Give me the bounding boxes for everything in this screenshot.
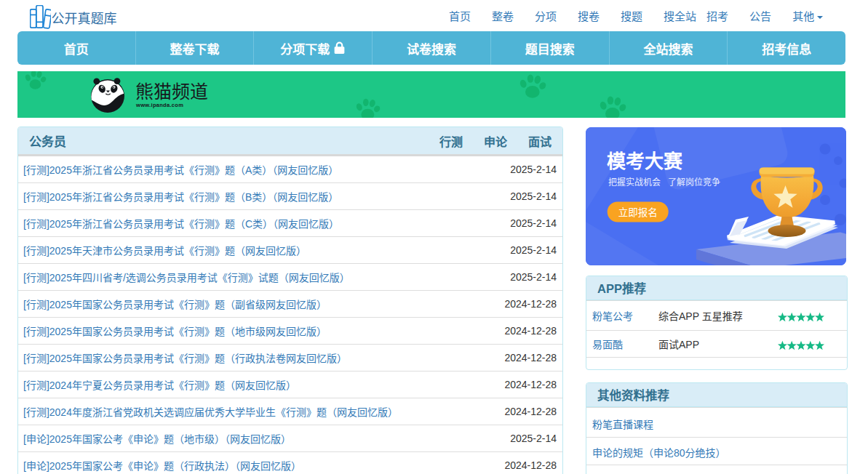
svg-text:了解岗位竞争: 了解岗位竞争: [668, 177, 720, 188]
svg-text:把握实战机会: 把握实战机会: [608, 177, 661, 188]
svg-text:立即报名: 立即报名: [618, 207, 658, 218]
svg-text:模考大赛: 模考大赛: [607, 150, 683, 172]
svg-text:www.ipanda.com: www.ipanda.com: [135, 102, 183, 108]
svg-text:熊猫频道: 熊猫频道: [135, 81, 208, 102]
